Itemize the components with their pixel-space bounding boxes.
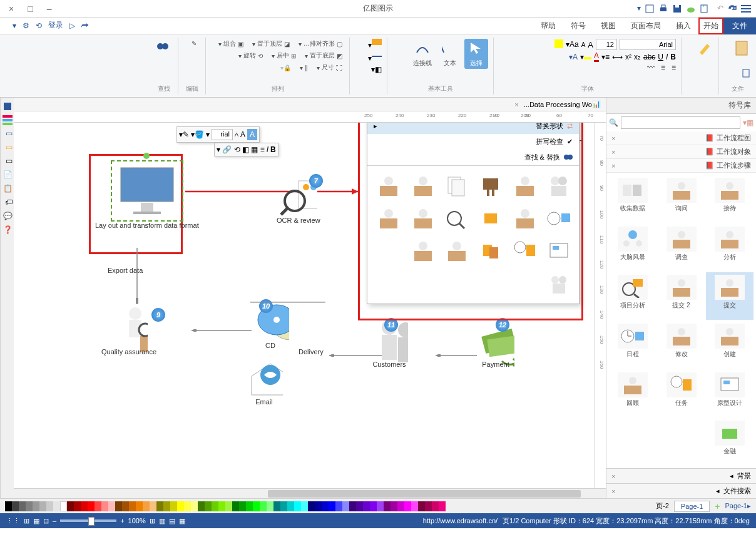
copy-icon[interactable] bbox=[742, 69, 751, 79]
save-icon[interactable] bbox=[672, 4, 682, 14]
font-size-input[interactable] bbox=[596, 39, 617, 50]
pages-section[interactable]: ▸Page-1 bbox=[725, 502, 751, 510]
refresh-icon[interactable]: ⟲ bbox=[36, 21, 42, 30]
bullets-button[interactable]: ≡▾ bbox=[601, 53, 610, 61]
popup-shape[interactable] bbox=[476, 171, 506, 201]
node-qa[interactable]: 9 Quality assurance bbox=[101, 310, 156, 355]
search-icon[interactable]: 🔍 bbox=[609, 118, 618, 127]
zoom-slider[interactable] bbox=[60, 519, 116, 522]
font-name-input[interactable] bbox=[620, 39, 676, 50]
shape-item[interactable]: 调查 bbox=[658, 224, 705, 272]
mini-toolbar-2[interactable]: B I ≡ ▦ ◧ ⟲ 🔗 ▾ bbox=[214, 143, 278, 156]
node-cd[interactable]: 10 CD bbox=[252, 304, 289, 349]
play-icon[interactable]: ▷ bbox=[69, 21, 75, 30]
align-shapes-button[interactable]: ▢ 排对齐形…▾ bbox=[297, 39, 344, 49]
tool-1[interactable] bbox=[3, 101, 13, 111]
zoom-out[interactable]: + bbox=[120, 517, 124, 524]
shape-item[interactable]: 接待 bbox=[706, 175, 753, 223]
popup-shape[interactable] bbox=[476, 203, 506, 233]
shape-item[interactable]: 修改 bbox=[658, 321, 705, 369]
node-email[interactable]: Email bbox=[245, 361, 283, 406]
edit-icon[interactable]: ✎ bbox=[192, 40, 197, 47]
print-icon[interactable] bbox=[658, 4, 668, 14]
popup-shape[interactable] bbox=[476, 236, 506, 266]
bold-button[interactable]: B bbox=[670, 53, 676, 61]
binoculars-icon[interactable] bbox=[156, 40, 169, 54]
shape-item[interactable]: 回顾 bbox=[609, 370, 656, 417]
node-payment[interactable]: 12 Payment bbox=[477, 323, 514, 368]
tool-3[interactable]: ▭ bbox=[3, 129, 13, 139]
back-button[interactable]: ◩ 置于底层▾ bbox=[303, 51, 344, 61]
panel-more-1[interactable]: 背景◂× bbox=[606, 468, 756, 483]
undo-icon[interactable]: ↶ bbox=[713, 4, 723, 14]
connector-icon[interactable] bbox=[414, 40, 431, 58]
tool-4[interactable]: ▭ bbox=[3, 143, 13, 153]
shape-item[interactable]: 日程 bbox=[609, 321, 656, 369]
menu-layout[interactable]: 页面布局 bbox=[623, 18, 668, 34]
align-center-icon[interactable]: ≡ bbox=[661, 63, 665, 72]
hamburger-icon[interactable] bbox=[741, 4, 751, 14]
color-palette[interactable] bbox=[5, 499, 651, 513]
menu-symbol[interactable]: 符号 bbox=[563, 18, 593, 34]
shape-item[interactable]: 原型设计 bbox=[706, 370, 753, 417]
share-icon[interactable]: ⮫ bbox=[81, 21, 89, 30]
popup-shape[interactable] bbox=[374, 203, 404, 233]
shape-item[interactable]: 提交 2 bbox=[658, 272, 705, 320]
popup-replace[interactable]: ⇄替换形状▸ bbox=[367, 123, 579, 134]
select-icon[interactable] bbox=[468, 40, 484, 58]
font-grow-icon[interactable]: A bbox=[588, 40, 593, 49]
popup-shape[interactable] bbox=[442, 236, 472, 266]
popup-shape[interactable] bbox=[374, 236, 404, 266]
rotate-button[interactable]: ⟲ 旋转▾ bbox=[237, 51, 265, 61]
popup-shape[interactable] bbox=[374, 171, 404, 201]
section-3[interactable]: 工作流步骤📕× bbox=[606, 159, 756, 173]
popup-find[interactable]: 查找 & 替换 bbox=[367, 150, 579, 165]
maximize-button[interactable]: □ bbox=[24, 4, 36, 14]
spacing-shapes[interactable]: ‖ ▾ bbox=[298, 63, 310, 73]
add-page-button[interactable]: + bbox=[715, 501, 720, 511]
view-mode-1[interactable]: ▦ bbox=[179, 517, 185, 525]
minimize-button[interactable]: – bbox=[43, 4, 56, 14]
font-case-icon[interactable]: Aa▾ bbox=[566, 40, 579, 49]
italic-button[interactable]: I bbox=[666, 53, 668, 61]
popup-shape[interactable] bbox=[510, 171, 540, 201]
view-mode-3[interactable]: ▥ bbox=[159, 517, 165, 525]
export-icon[interactable] bbox=[645, 4, 655, 14]
tool-6[interactable]: 📄 bbox=[3, 170, 13, 180]
node-layout[interactable]: Lay out and transform data format bbox=[95, 160, 199, 229]
chevron-down-icon[interactable]: ▾ bbox=[13, 21, 16, 30]
popup-shape[interactable] bbox=[544, 236, 574, 266]
sb-icon-1[interactable]: ⊡ bbox=[43, 517, 49, 525]
section-1[interactable]: 工作流程图📕× bbox=[606, 131, 756, 145]
shape-item[interactable]: 大脑风暴 bbox=[609, 224, 656, 272]
canvas[interactable]: A AA rial▾ 🪣▾✎▾ B I ≡ ▦ ◧ ⟲ 🔗 ▾ Lean bbox=[14, 123, 595, 488]
shadow-icon[interactable]: ◧▾ bbox=[371, 65, 382, 74]
dropdown-icon[interactable]: ▾ bbox=[631, 4, 641, 14]
sb-icon-4[interactable]: ⋮⋮ bbox=[6, 517, 20, 525]
popup-shape[interactable] bbox=[408, 203, 438, 233]
shape-item[interactable]: 创建 bbox=[706, 321, 753, 369]
tool-8[interactable]: 🏷 bbox=[3, 198, 13, 208]
library-icon[interactable]: ▦▾ bbox=[743, 118, 753, 127]
popup-shape[interactable] bbox=[442, 203, 472, 233]
page-tab-1[interactable]: Page-1 bbox=[674, 501, 710, 512]
popup-shape[interactable] bbox=[408, 171, 438, 201]
panel-more-2[interactable]: 文件搜索◂× bbox=[606, 483, 756, 498]
popup-shape[interactable] bbox=[408, 236, 438, 266]
popup-shape[interactable] bbox=[510, 236, 540, 266]
sb-icon-3[interactable]: ⊞ bbox=[24, 517, 29, 525]
menu-help[interactable]: 帮助 bbox=[533, 18, 563, 34]
menu-file[interactable]: 文件 bbox=[723, 18, 756, 34]
tool-2[interactable] bbox=[3, 115, 13, 125]
gear-icon[interactable]: ⚙ bbox=[23, 21, 29, 30]
spacing-button[interactable]: ⟷ bbox=[612, 53, 623, 61]
text-tool-icon[interactable]: A bbox=[442, 40, 458, 58]
tool-9[interactable]: 💬 bbox=[3, 212, 13, 222]
help-icon[interactable]: ❓ bbox=[3, 225, 13, 235]
cloud-icon[interactable] bbox=[686, 4, 696, 14]
shape-item[interactable]: 分析 bbox=[706, 224, 753, 272]
align-left-icon[interactable]: ≡ bbox=[672, 63, 676, 72]
shape-item[interactable]: 金融 bbox=[706, 418, 753, 466]
size-button[interactable]: ⛶ 尺寸▾ bbox=[315, 63, 344, 73]
font-shrink-icon[interactable]: A bbox=[581, 41, 586, 48]
